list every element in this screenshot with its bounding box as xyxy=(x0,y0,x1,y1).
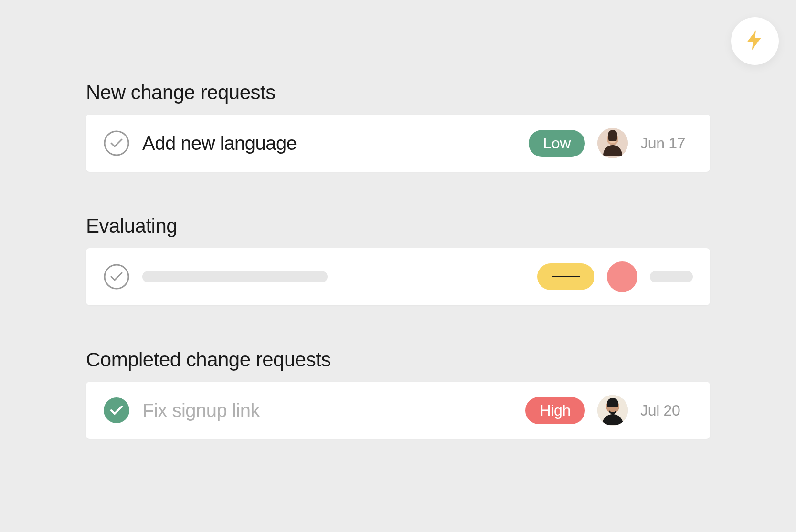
lightning-icon xyxy=(743,28,767,54)
automation-badge[interactable] xyxy=(731,17,779,65)
